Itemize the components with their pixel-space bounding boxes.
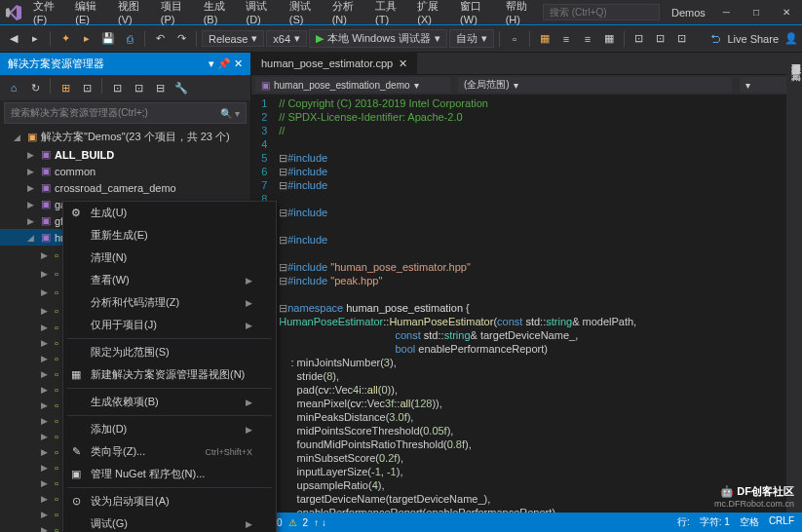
save-button[interactable]: 💾	[98, 29, 118, 49]
menu-item[interactable]: 测试(S)	[286, 0, 326, 28]
toolbar-btn[interactable]: ⊡	[672, 29, 692, 49]
toolbar-btn[interactable]: ≡	[578, 29, 597, 49]
toolbar-btn[interactable]: ⊡	[651, 29, 670, 49]
main-toolbar: ◀ ▸ ✦ ▸ 💾 ⎙ ↶ ↷ Release ▾ x64 ▾ ▶本地 Wind…	[0, 25, 802, 53]
context-menu-item[interactable]: 调试(G)▶	[63, 513, 276, 532]
code-nav-bar: ▣human_pose_estimation_demo ▾ (全局范围) ▾ ▾	[251, 74, 802, 95]
context-menu-item[interactable]: 生成依赖项(B)▶	[63, 391, 276, 413]
menu-item[interactable]: 调试(D)	[242, 0, 283, 28]
tool-button[interactable]: ↻	[25, 78, 45, 97]
maximize-button[interactable]: □	[747, 5, 765, 19]
editor-tabs: human_pose_estimator.cpp✕	[251, 53, 802, 74]
toolbar-btn[interactable]: ▦	[535, 29, 554, 49]
context-menu-item[interactable]: ✎类向导(Z)...Ctrl+Shift+X	[63, 440, 276, 463]
tool-button[interactable]: ⊡	[129, 78, 148, 97]
redo-button[interactable]: ↷	[172, 29, 191, 49]
project-node[interactable]: ▶▣crossroad_camera_demo	[0, 179, 250, 196]
config-combo[interactable]: Release ▾	[202, 30, 264, 47]
context-menu-item[interactable]: 添加(D)▶	[63, 418, 276, 440]
save-all-button[interactable]: ⎙	[120, 29, 139, 49]
project-node[interactable]: ▶▣common	[0, 163, 250, 179]
platform-combo[interactable]: x64 ▾	[266, 30, 307, 47]
nav-back-button[interactable]: ◀	[4, 29, 23, 49]
right-tool-rail: 服务器资源管理器工具箱	[786, 53, 802, 513]
close-button[interactable]: ✕	[777, 5, 796, 19]
context-menu-item[interactable]: 分析和代码清理(Z)▶	[63, 291, 276, 314]
editor-area: human_pose_estimator.cpp✕ ▣human_pose_es…	[251, 53, 802, 532]
context-menu-item[interactable]: 仅用于项目(J)▶	[63, 314, 276, 336]
start-debug-button[interactable]: ▶本地 Windows 调试器 ▾	[309, 29, 447, 48]
context-menu-item[interactable]: ▦新建解决方案资源管理器视图(N)	[63, 363, 276, 386]
warning-icon[interactable]: ⚠	[288, 517, 297, 528]
context-menu-item[interactable]: ⚙生成(U)	[63, 202, 276, 224]
vs-logo-icon	[6, 5, 21, 20]
titlebar: 文件(F)编辑(E)视图(V)项目(P)生成(B)调试(D)测试(S)分析(N)…	[0, 0, 802, 25]
menubar: 文件(F)编辑(E)视图(V)项目(P)生成(B)调试(D)测试(S)分析(N)…	[29, 0, 543, 28]
new-file-button[interactable]: ✦	[56, 29, 75, 49]
account-icon[interactable]: 👤	[784, 32, 798, 45]
menu-item[interactable]: 帮助(H)	[502, 0, 543, 28]
file-tab[interactable]: human_pose_estimator.cpp✕	[251, 53, 418, 74]
context-menu-item[interactable]: 重新生成(E)	[63, 224, 276, 247]
minimize-button[interactable]: ─	[717, 5, 736, 19]
menu-item[interactable]: 扩展(X)	[413, 0, 454, 28]
menu-item[interactable]: 项目(P)	[157, 0, 198, 28]
menu-item[interactable]: 生成(B)	[200, 0, 241, 28]
context-menu-item[interactable]: 清理(N)	[63, 247, 276, 269]
project-context-menu: ⚙生成(U)重新生成(E)清理(N)查看(W)▶分析和代码清理(Z)▶仅用于项目…	[62, 201, 277, 532]
editor-statusbar: ✕0 ⚠2 ↑ ↓ 行: 字符: 1 空格 CRLF	[251, 513, 802, 532]
toolbar-btn[interactable]: ≡	[556, 29, 576, 49]
watermark: 🤖 DF创客社区 mc.DFRobot.com.cn	[714, 484, 794, 509]
liveshare-button[interactable]: Live Share	[727, 33, 779, 45]
menu-item[interactable]: 窗口(W)	[456, 0, 500, 28]
nav-fwd-button[interactable]: ▸	[25, 29, 45, 49]
tool-button[interactable]: ⊟	[150, 78, 170, 97]
toolbar-btn[interactable]: ▦	[599, 29, 619, 49]
menu-item[interactable]: 编辑(E)	[71, 0, 112, 28]
member-combo[interactable]: (全局范围) ▾	[458, 77, 732, 93]
toolbar-btn[interactable]: ▫	[505, 29, 524, 49]
tab-close-icon[interactable]: ✕	[399, 57, 407, 70]
project-name: Demos	[671, 7, 706, 19]
menu-item[interactable]: 分析(N)	[328, 0, 369, 28]
panel-close-button[interactable]: ✕	[234, 57, 243, 69]
explorer-toolbar: ⌂ ↻ ⊞ ⊡ ⊡ ⊡ ⊟ 🔧	[0, 75, 250, 100]
home-button[interactable]: ⌂	[4, 78, 23, 97]
context-menu-item[interactable]: 限定为此范围(S)	[63, 341, 276, 363]
menu-item[interactable]: 视图(V)	[114, 0, 155, 28]
explorer-header: 解决方案资源管理器 ▾ 📌 ✕	[0, 53, 250, 75]
context-menu-item[interactable]: ▣管理 NuGet 程序包(N)...	[63, 463, 276, 485]
context-menu-item[interactable]: ⊙设为启动项目(A)	[63, 490, 276, 513]
tool-button[interactable]: ⊡	[107, 78, 127, 97]
scope-combo[interactable]: ▣human_pose_estimation_demo ▾	[255, 77, 450, 93]
tool-button[interactable]: ⊞	[56, 78, 75, 97]
global-search-input[interactable]	[543, 4, 660, 20]
context-menu-item[interactable]: 查看(W)▶	[63, 269, 276, 291]
menu-item[interactable]: 文件(F)	[29, 0, 69, 28]
tool-button[interactable]: 🔧	[172, 78, 191, 97]
project-node[interactable]: ▶▣ALL_BUILD	[0, 146, 250, 163]
pin-icon[interactable]: ▾ 📌	[209, 57, 231, 69]
toolbar-btn[interactable]: ⊡	[630, 29, 649, 49]
code-editor[interactable]: 12345678910 // Copyright (C) 2018-2019 I…	[251, 95, 802, 532]
open-button[interactable]: ▸	[77, 29, 96, 49]
threads-combo[interactable]: 自动 ▾	[449, 29, 494, 48]
tool-button[interactable]: ⊡	[77, 78, 96, 97]
menu-item[interactable]: 工具(T)	[371, 0, 411, 28]
explorer-search[interactable]: 搜索解决方案资源管理器(Ctrl+;)🔍 ▾	[4, 102, 247, 124]
liveshare-icon[interactable]: ⮌	[710, 33, 721, 45]
window-buttons: ─ □ ✕	[717, 5, 796, 19]
solution-node[interactable]: ◢▣解决方案"Demos"(23 个项目，共 23 个)	[0, 128, 250, 146]
undo-button[interactable]: ↶	[150, 29, 170, 49]
